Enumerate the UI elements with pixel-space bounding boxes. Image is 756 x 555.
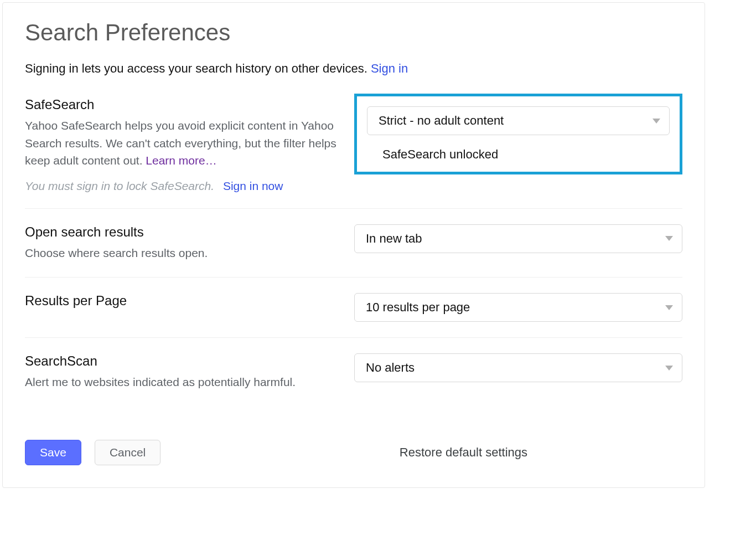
safesearch-title: SafeSearch: [25, 97, 343, 112]
section-results-per-page: Results per Page 10 results per page: [25, 277, 682, 337]
signin-now-link[interactable]: Sign in now: [223, 179, 283, 192]
chevron-down-icon: [665, 236, 673, 241]
preferences-panel: Search Preferences Signing in lets you a…: [2, 2, 705, 488]
lock-note-text: You must sign in to lock SafeSearch.: [25, 179, 214, 192]
searchscan-select[interactable]: No alerts: [354, 353, 682, 382]
signin-prompt: Signing in lets you access your search h…: [25, 61, 682, 76]
chevron-down-icon: [665, 366, 673, 371]
cancel-button[interactable]: Cancel: [95, 440, 160, 465]
safesearch-select[interactable]: Strict - no adult content: [367, 106, 670, 135]
searchscan-desc: Alert me to websites indicated as potent…: [25, 373, 343, 391]
signin-text: Signing in lets you access your search h…: [25, 61, 371, 75]
open-results-select-value: In new tab: [366, 232, 422, 246]
open-results-title: Open search results: [25, 224, 343, 240]
searchscan-title: SearchScan: [25, 353, 343, 369]
signin-link[interactable]: Sign in: [371, 61, 408, 75]
chevron-down-icon: [653, 119, 660, 124]
safesearch-select-value: Strict - no adult content: [379, 114, 504, 128]
open-results-desc: Choose where search results open.: [25, 244, 343, 262]
restore-defaults-link[interactable]: Restore default settings: [400, 445, 527, 460]
results-per-page-title: Results per Page: [25, 293, 343, 309]
searchscan-select-value: No alerts: [366, 361, 415, 375]
save-button[interactable]: Save: [25, 440, 81, 465]
page-title: Search Preferences: [25, 19, 682, 46]
chevron-down-icon: [665, 305, 673, 310]
section-searchscan: SearchScan Alert me to websites indicate…: [25, 337, 682, 407]
results-per-page-select-value: 10 results per page: [366, 300, 470, 315]
section-open-results: Open search results Choose where search …: [25, 208, 682, 278]
safesearch-lock-note: You must sign in to lock SafeSearch. Sig…: [25, 179, 343, 193]
footer-row: Save Cancel Restore default settings: [25, 440, 682, 465]
open-results-select[interactable]: In new tab: [354, 224, 682, 253]
section-safesearch: SafeSearch Yahoo SafeSearch helps you av…: [25, 91, 682, 208]
safesearch-desc: Yahoo SafeSearch helps you avoid explici…: [25, 117, 343, 169]
learn-more-link[interactable]: Learn more…: [146, 154, 216, 167]
results-per-page-select[interactable]: 10 results per page: [354, 293, 682, 322]
safesearch-highlight: Strict - no adult content SafeSearch unl…: [354, 94, 682, 174]
safesearch-status: SafeSearch unlocked: [367, 135, 670, 162]
